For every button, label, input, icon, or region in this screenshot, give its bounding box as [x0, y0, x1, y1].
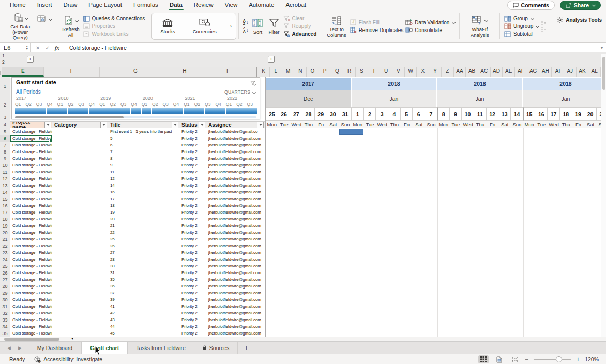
menu-home[interactable]: Home: [4, 0, 32, 10]
share-button[interactable]: Share: [560, 1, 601, 10]
title-cell[interactable]: 7: [108, 148, 179, 155]
status-cell[interactable]: Priority 2: [179, 303, 206, 310]
status-cell[interactable]: Priority 2: [179, 162, 206, 169]
slicer-quarter[interactable]: Q3: [78, 102, 88, 107]
assignee-cell[interactable]: jherbulotfieldwire@gmail.com: [206, 229, 265, 236]
status-cell[interactable]: Priority 2: [179, 323, 206, 330]
slicer-bar-segment[interactable]: [142, 108, 152, 114]
row-header-34[interactable]: 34: [0, 323, 10, 330]
day-number-cell[interactable]: 1: [352, 107, 364, 121]
zoom-in-button[interactable]: +: [576, 356, 580, 363]
project-cell[interactable]: Cold storage - Fieldwire: [10, 222, 52, 229]
assignee-cell[interactable]: jherbulotfieldwire@gmail.com: [206, 169, 265, 175]
status-cell[interactable]: Priority 2: [179, 128, 206, 135]
assignee-cell[interactable]: jherbulotfieldwire@gmail.com: [206, 155, 265, 162]
category-cell[interactable]: [52, 148, 108, 155]
category-cell[interactable]: [52, 182, 108, 189]
next-sheet-button[interactable]: ▶: [18, 345, 22, 351]
row-header-19[interactable]: 19: [0, 222, 10, 229]
column-header-M[interactable]: M: [282, 67, 295, 77]
analysis-tools-button[interactable]: Analysis Tools: [556, 16, 602, 23]
project-cell[interactable]: Cold storage - Fieldwire: [10, 290, 52, 296]
project-cell[interactable]: Cold storage - Fieldwire: [10, 310, 52, 316]
row-header-5[interactable]: 5: [0, 128, 10, 135]
slicer-quarter[interactable]: Q4: [131, 102, 141, 107]
title-cell[interactable]: 42: [108, 310, 179, 316]
row-header-25[interactable]: 25: [0, 263, 10, 269]
slicer-bar-segment[interactable]: [25, 108, 35, 114]
day-number-cell[interactable]: 29: [315, 107, 327, 121]
status-cell[interactable]: Priority 2: [179, 236, 206, 242]
title-cell[interactable]: 43: [108, 316, 179, 323]
page-break-view-button[interactable]: [509, 355, 520, 363]
assignee-cell[interactable]: jherbulotfieldwire@gmail.com: [206, 202, 265, 209]
project-cell[interactable]: Cold storage - Fieldwire: [10, 175, 52, 182]
slicer-bar-segment[interactable]: [236, 108, 246, 114]
data-types-more-button[interactable]: ›: [229, 23, 233, 29]
project-cell[interactable]: Cold storage - Fieldwire: [10, 229, 52, 236]
column-header-AL[interactable]: AL: [588, 67, 601, 77]
project-cell[interactable]: Cold storage - Fieldwire: [10, 296, 52, 303]
sheet-tab-tasks-from-fieldwire[interactable]: Tasks from Fieldwire: [128, 342, 194, 354]
status-cell[interactable]: Priority 2: [179, 148, 206, 155]
assignee-cell[interactable]: jherbulotfieldwire@gmail.com: [206, 216, 265, 222]
category-cell[interactable]: [52, 142, 108, 148]
title-cell[interactable]: 14: [108, 182, 179, 189]
category-cell[interactable]: [52, 162, 108, 169]
project-cell[interactable]: Cold storage - Fieldwire: [10, 195, 52, 202]
comments-button[interactable]: Comments: [507, 1, 555, 10]
filter-button[interactable]: Filter: [267, 16, 281, 36]
assignee-cell[interactable]: jherbulotfieldwire@gmail.com: [206, 135, 265, 142]
subtotal-button[interactable]: Subtotal: [504, 31, 539, 37]
status-cell[interactable]: Priority 2: [179, 155, 206, 162]
slicer-quarter[interactable]: Q3: [205, 102, 215, 107]
column-header-X[interactable]: X: [417, 67, 429, 77]
day-number-cell[interactable]: 14: [511, 107, 523, 121]
project-cell[interactable]: Cold storage - Fieldwire: [10, 189, 52, 195]
filter-dropdown-title[interactable]: [172, 122, 178, 128]
title-cell[interactable]: 26: [108, 242, 179, 249]
category-cell[interactable]: [52, 229, 108, 236]
slicer-scrollbar[interactable]: [15, 116, 256, 118]
slicer-quarter[interactable]: Q1: [142, 102, 152, 107]
slicer-bar-segment[interactable]: [68, 108, 78, 114]
slicer-bar-segment[interactable]: [247, 108, 257, 114]
column-header-AJ[interactable]: AJ: [564, 67, 577, 77]
slicer-bar-segment[interactable]: [215, 108, 225, 114]
slicer-scrollbar-thumb[interactable]: [15, 116, 124, 118]
status-cell[interactable]: Priority 2: [179, 175, 206, 182]
title-cell[interactable]: 6: [108, 142, 179, 148]
day-number-cell[interactable]: 3: [376, 107, 388, 121]
assignee-cell[interactable]: jherbulotfieldwire@gmail.com: [206, 256, 265, 263]
row-header-18[interactable]: 18: [0, 216, 10, 222]
slicer-quarter[interactable]: Q1: [184, 102, 194, 107]
column-header-U[interactable]: U: [380, 67, 392, 77]
stocks-data-type[interactable]: Stocks: [155, 18, 180, 35]
menu-view[interactable]: View: [219, 0, 243, 10]
assignee-cell[interactable]: jherbulotfieldwire@gmail.com: [206, 263, 265, 269]
slicer-bar-segment[interactable]: [99, 108, 109, 114]
column-header-N[interactable]: N: [294, 67, 307, 77]
group-button[interactable]: Group: [504, 16, 539, 22]
column-header-L[interactable]: L: [270, 67, 282, 77]
status-cell[interactable]: Priority 2: [179, 290, 206, 296]
row-header-13[interactable]: 13: [0, 182, 10, 189]
day-number-cell[interactable]: 7: [425, 107, 437, 121]
row-header-14[interactable]: 14: [0, 189, 10, 195]
title-cell[interactable]: 31: [108, 269, 179, 276]
row-header-22[interactable]: 22: [0, 242, 10, 249]
category-cell[interactable]: [52, 189, 108, 195]
menu-page-layout[interactable]: Page Layout: [83, 0, 128, 10]
day-number-cell[interactable]: 18: [560, 107, 572, 121]
confirm-entry-icon[interactable]: ✓: [45, 45, 49, 51]
slicer-bar-segment[interactable]: [226, 108, 236, 114]
column-header-AB[interactable]: AB: [466, 67, 478, 77]
column-header-P[interactable]: P: [319, 67, 331, 77]
title-cell[interactable]: 28: [108, 256, 179, 263]
row-header-1[interactable]: 1: [0, 77, 10, 96]
day-number-cell[interactable]: 28: [302, 107, 315, 121]
title-cell[interactable]: 25: [108, 236, 179, 242]
status-cell[interactable]: Priority 2: [179, 135, 206, 142]
category-cell[interactable]: [52, 249, 108, 256]
project-cell[interactable]: Cold storage - Fieldwire: [10, 216, 52, 222]
